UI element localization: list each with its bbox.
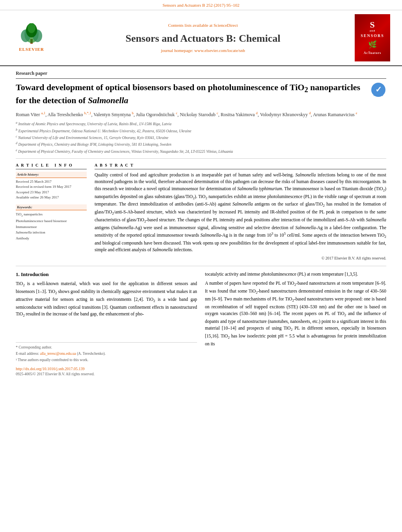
journal-title: Sensors and Actuators B: Chemical [126,32,281,46]
page-wrapper: Sensors and Actuators B 252 (2017) 95–10… [0,0,402,532]
author-email: alla_teresc@onu.edu.ua [40,352,76,356]
available-date: Available online 26 May 2017 [16,195,87,200]
keywords-label: Keywords: [16,204,87,211]
abstract-header: A B S T R A C T [95,163,386,169]
equal-contribution-note: ¹ These authors equally contributed to t… [16,358,197,363]
keyword-3: Immunosensor [16,224,87,230]
abstract-text: Quality control of food and agriculture … [95,172,386,253]
sensors-s-letter: S [370,20,375,29]
doi-link[interactable]: http://dx.doi.org/10.1016/j.snb.2017.05.… [16,367,85,371]
email-note: E-mail address: alla_teresc@onu.edu.ua (… [16,351,197,356]
article-info-header: A R T I C L E I N F O [16,163,87,169]
doi-line: http://dx.doi.org/10.1016/j.snb.2017.05.… [16,366,197,372]
elsevier-logo-section: ELSEVIER [8,14,55,61]
sensors-tree-icon: 🌿 [368,40,377,50]
affiliation-e: e Department of Physical Chemistry, Facu… [16,148,386,154]
introduction-title: 1. Introduction [16,271,197,278]
sensors-badge-section: S and SENSORS 🌿 AcTuators [351,14,394,61]
authors-line: Roman Viter a,1, Alla Tereshchenko b,*,1… [16,110,386,119]
article-title: Toward development of optical biosensors… [16,82,367,106]
article-info-column: A R T I C L E I N F O Article history: R… [16,163,87,261]
homepage-url: www.elsevier.com/locate/snb [194,48,245,53]
affiliation-a: a Institute of Atomic Physics and Spectr… [16,120,386,127]
svg-text:✓: ✓ [375,85,382,94]
article-body: A R T I C L E I N F O Article history: R… [16,158,386,261]
accepted-date: Accepted 23 May 2017 [16,190,87,195]
sensors-actuators-badge: S and SENSORS 🌿 AcTuators [355,14,390,61]
keywords-section: Keywords: TiO2 nanoparticles Photolumine… [16,204,87,241]
sensors-badge-line1: SENSORS [361,33,384,39]
sciencedirect-label: Contents lists available at ScienceDirec… [168,22,238,28]
elsevier-name: ELSEVIER [19,46,44,52]
journal-header: ELSEVIER Contents lists available at Sci… [0,10,402,66]
introduction-section: 1. Introduction TiO2 is a well-known mat… [16,271,386,377]
keyword-2: Photoluminescence based biosensor [16,218,87,224]
affiliation-c: c National University of Life and Enviro… [16,134,386,141]
intro-right-para-1: tocatalytic activity and intense photolu… [205,271,386,278]
actuators-label: AcTuators [364,51,382,55]
history-label: Article history: [16,172,87,178]
content-area: Research paper Toward development of opt… [0,66,402,380]
received-date: Received 25 March 2017 [16,179,87,185]
journal-title-section: Contents lists available at ScienceDirec… [59,14,347,61]
journal-ref-text: Sensors and Actuators B 252 (2017) 95–10… [163,3,240,7]
sciencedirect-link-text: ScienceDirect [214,23,238,28]
corresponding-author-note: * Corresponding author. [16,345,197,350]
svg-text:CrossMark: CrossMark [374,95,383,96]
section-divider [16,266,386,266]
journal-homepage: journal homepage: www.elsevier.com/locat… [161,48,245,54]
keyword-1: TiO2 nanoparticles [16,211,87,218]
crossmark-icon: ✓ CrossMark [370,82,386,98]
copyright-line: © 2017 Elsevier B.V. All rights reserved… [95,256,386,261]
abstract-column: A B S T R A C T Quality control of food … [95,163,386,261]
intro-right-para-2: A number of papers have reported the PL … [205,280,386,347]
article-title-section: Toward development of optical biosensors… [16,82,386,106]
revised-date: Received in revised form 19 May 2017 [16,184,87,190]
journal-reference-bar: Sensors and Actuators B 252 (2017) 95–10… [0,0,402,10]
article-history-block: Article history: Received 25 March 2017 … [16,172,87,200]
article-type-label: Research paper [16,70,386,79]
svg-point-5 [28,23,35,33]
keyword-5: Antibody [16,235,87,241]
keyword-4: Salmonella infection [16,230,87,235]
affiliations-section: a Institute of Atomic Physics and Spectr… [16,120,386,154]
elsevier-logo: ELSEVIER [18,23,45,52]
intro-right-col: tocatalytic activity and intense photolu… [205,271,386,377]
intro-left-col: 1. Introduction TiO2 is a well-known mat… [16,271,197,377]
footnotes-area: * Corresponding author. E-mail address: … [16,342,197,363]
affiliation-b: b Experimental Physics Department, Odess… [16,128,386,134]
affiliation-d: d Department of Physics, Chemistry and B… [16,141,386,147]
elsevier-tree-icon [18,23,45,45]
issn-line: 0925-4005/© 2017 Elsevier B.V. All right… [16,372,197,377]
intro-left-para-1: TiO2 is a well-known material, which was… [16,280,197,318]
sensors-and-text: and [370,29,375,33]
